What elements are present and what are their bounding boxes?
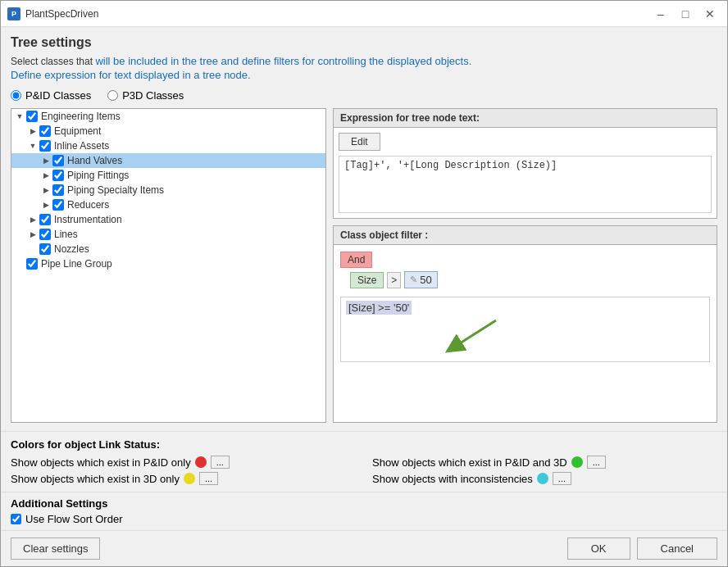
tree-label-instrumentation: Instrumentation	[54, 214, 122, 225]
tree-toggle-nozzles	[26, 243, 39, 256]
expression-text: [Tag]+', '+[Long Description (Size)]	[339, 156, 712, 213]
svg-line-1	[453, 320, 496, 347]
color-dot-pid-only	[195, 456, 207, 468]
tree-label-lines: Lines	[54, 229, 78, 240]
color-button-inconsistencies[interactable]: ...	[553, 472, 571, 485]
radio-p3d-text: P3D Classes	[122, 89, 184, 102]
radio-pid-label[interactable]: P&ID Classes	[11, 89, 91, 102]
tree-toggle-pipingspecialty[interactable]: ▶	[39, 184, 52, 197]
expression-content: Edit [Tag]+', '+[Long Description (Size)…	[334, 128, 717, 218]
footer: Clear settings OK Cancel	[1, 530, 727, 566]
tree-checkbox-handvalves[interactable]	[52, 155, 64, 166]
additional-section: Additional Settings Use Flow Sort Order	[1, 492, 727, 530]
green-arrow-icon	[439, 316, 504, 357]
tree-checkbox-lines[interactable]	[39, 229, 51, 240]
main-area: Engineering Items ▶ Equipment Inline Ass…	[11, 108, 717, 423]
window-controls: – □ ✕	[650, 5, 721, 23]
color-row-pid-and-3d: Show objects which exist in P&ID and 3D …	[372, 456, 717, 469]
tree-checkbox-engineering[interactable]	[26, 111, 38, 122]
clear-settings-button[interactable]: Clear settings	[11, 538, 100, 560]
tree-toggle-equipment[interactable]: ▶	[26, 125, 39, 138]
tree-checkbox-equipment[interactable]	[39, 125, 51, 137]
color-label-inconsistencies: Show objects with inconsistencies	[372, 473, 533, 485]
color-label-pid-and-3d: Show objects which exist in P&ID and 3D	[372, 456, 567, 469]
color-dot-pid-and-3d	[571, 456, 583, 468]
tree-label-nozzles: Nozzles	[54, 243, 89, 255]
radio-pid-text: P&ID Classes	[25, 89, 91, 102]
expression-link[interactable]: Define expression for text displayed in …	[11, 69, 251, 81]
tree-toggle-pipelinegroup	[13, 257, 26, 270]
tree-toggle-handvalves[interactable]: ▶	[39, 154, 52, 167]
additional-title: Additional Settings	[11, 497, 717, 510]
tree-label-pipingspecialty: Piping Specialty Items	[67, 184, 164, 196]
tree-checkbox-instrumentation[interactable]	[39, 214, 51, 225]
tree-row[interactable]: ▶ Reducers	[11, 197, 325, 212]
tree-checkbox-nozzles[interactable]	[39, 243, 51, 255]
tree-row[interactable]: Engineering Items	[11, 109, 325, 124]
color-row-inconsistencies: Show objects with inconsistencies ...	[372, 472, 717, 485]
tree-row[interactable]: ▶ Piping Fittings	[11, 168, 325, 183]
tree-checkbox-pipingfittings[interactable]	[52, 170, 64, 181]
tree-label-pipelinegroup: Pipe Line Group	[41, 258, 112, 270]
tree-toggle-instrumentation[interactable]: ▶	[26, 213, 39, 226]
tree-row[interactable]: ▶ Hand Valves	[11, 153, 325, 168]
colors-grid: Show objects which exist in P&ID only ..…	[11, 456, 717, 485]
tree-label-handvalves: Hand Valves	[67, 155, 122, 166]
filter-op[interactable]: >	[387, 272, 401, 288]
tree-row[interactable]: ▶ Instrumentation	[11, 212, 325, 227]
tree-row[interactable]: ▶ Equipment	[11, 124, 325, 138]
filter-builder: And Size > ✎ 50	[340, 252, 710, 288]
colors-section: Colors for object Link Status: Show obje…	[1, 431, 727, 492]
flow-sort-checkbox[interactable]	[11, 514, 21, 524]
expression-panel-header: Expression for tree node text:	[334, 109, 717, 128]
tree-toggle-reducers[interactable]: ▶	[39, 198, 52, 211]
tree-checkbox-inline[interactable]	[39, 140, 51, 152]
radio-p3d-label[interactable]: P3D Classes	[107, 89, 184, 102]
colors-title: Colors for object Link Status:	[11, 438, 717, 451]
tree-row[interactable]: ▶ Piping Specialty Items	[11, 183, 325, 197]
close-button[interactable]: ✕	[699, 5, 721, 23]
radio-group: P&ID Classes P3D Classes	[11, 89, 717, 102]
footer-left: Clear settings	[11, 538, 100, 560]
maximize-button[interactable]: □	[675, 5, 696, 23]
filter-expression-container: [Size] >= '50'	[340, 293, 710, 415]
tree-panel: Engineering Items ▶ Equipment Inline Ass…	[11, 108, 326, 423]
tree-toggle-pipingfittings[interactable]: ▶	[39, 169, 52, 182]
tree-checkbox-reducers[interactable]	[52, 199, 64, 211]
tree-checkbox-pipelinegroup[interactable]	[26, 258, 38, 270]
footer-right: OK Cancel	[567, 538, 717, 560]
filter-expression-area: [Size] >= '50'	[340, 297, 710, 362]
color-button-pid-only[interactable]: ...	[211, 456, 230, 469]
color-dot-3d-only	[184, 473, 195, 484]
edit-button[interactable]: Edit	[339, 133, 380, 151]
titlebar: P PlantSpecDriven – □ ✕	[1, 1, 727, 27]
filter-value[interactable]: ✎ 50	[404, 271, 437, 288]
tree-checkbox-pipingspecialty[interactable]	[52, 184, 64, 196]
tree-row[interactable]: ▶ Lines	[11, 227, 325, 242]
tree-row[interactable]: Inline Assets	[11, 138, 325, 153]
tree-toggle-inline[interactable]	[26, 139, 39, 152]
main-content: Tree settings Select classes that will b…	[1, 27, 727, 431]
filter-row: Size > ✎ 50	[350, 271, 710, 288]
window-title: PlantSpecDriven	[25, 8, 650, 20]
radio-pid-input[interactable]	[11, 90, 21, 101]
radio-p3d-input[interactable]	[107, 90, 118, 101]
tree-toggle-engineering[interactable]	[13, 110, 26, 123]
and-badge[interactable]: And	[340, 252, 372, 268]
cancel-button[interactable]: Cancel	[637, 538, 717, 560]
page-description-1: Select classes that will be included in …	[11, 55, 717, 67]
tree-toggle-lines[interactable]: ▶	[26, 228, 39, 241]
main-window: P PlantSpecDriven – □ ✕ Tree settings Se…	[0, 0, 728, 567]
tree-label-equipment: Equipment	[54, 125, 101, 137]
tree-row[interactable]: Nozzles	[11, 242, 325, 256]
app-icon: P	[7, 7, 20, 20]
minimize-button[interactable]: –	[650, 5, 671, 23]
filter-content: And Size > ✎ 50	[334, 245, 717, 422]
tree-row[interactable]: Pipe Line Group	[11, 256, 325, 271]
ok-button[interactable]: OK	[567, 538, 630, 560]
page-title: Tree settings	[11, 35, 717, 50]
filter-field[interactable]: Size	[350, 272, 384, 288]
filter-expression-text: [Size] >= '50'	[346, 301, 412, 315]
color-button-3d-only[interactable]: ...	[199, 472, 218, 485]
color-button-pid-and-3d[interactable]: ...	[587, 456, 606, 469]
